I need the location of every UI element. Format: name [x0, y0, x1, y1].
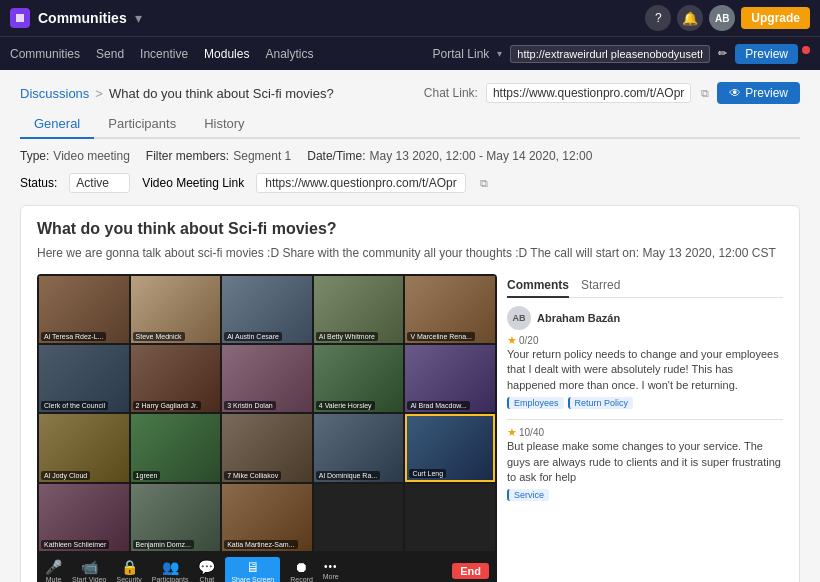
video-section: Al Teresa Rdez-L... Steve Mednick Al Aus…: [37, 274, 497, 582]
video-cell-4-2[interactable]: Benjamin Domz...: [131, 484, 221, 551]
controls-left: 🎤 Mute 📹 Start Video 🔒 Security: [45, 557, 339, 582]
help-button[interactable]: ?: [645, 5, 671, 31]
video-cell-1-4[interactable]: Al Betty Whitmore: [314, 276, 404, 343]
video-cell-3-4[interactable]: Al Dominique Ra...: [314, 414, 404, 481]
video-cell-2-2[interactable]: 2 Harry Gagliardi Jr.: [131, 345, 221, 412]
tag-employees[interactable]: Employees: [507, 397, 564, 409]
starred-tab[interactable]: Starred: [581, 274, 620, 298]
security-icon: 🔒: [121, 559, 138, 575]
eye-icon: 👁: [729, 86, 741, 100]
video-name-1-1: Al Teresa Rdez-L...: [41, 332, 106, 341]
comments-tab[interactable]: Comments: [507, 274, 569, 298]
datetime-label: Date/Time:: [307, 149, 365, 163]
tab-participants[interactable]: Participants: [94, 110, 190, 139]
chat-icon: 💬: [198, 559, 215, 575]
star-icon-2: ★: [507, 426, 517, 439]
chat-button[interactable]: 💬 Chat: [198, 559, 215, 582]
video-cell-4-4[interactable]: [314, 484, 404, 551]
tag-return-policy[interactable]: Return Policy: [568, 397, 634, 409]
video-cell-2-3[interactable]: 3 Kristin Dolan: [222, 345, 312, 412]
video-name-3-3: 7 Mike Colliakov: [224, 471, 281, 480]
nav-analytics[interactable]: Analytics: [265, 47, 313, 61]
video-cell-1-5[interactable]: V Marceline Rena...: [405, 276, 495, 343]
video-name-2-2: 2 Harry Gagliardi Jr.: [133, 401, 201, 410]
video-cell-2-4[interactable]: 4 Valerie Horsley: [314, 345, 404, 412]
comment-rating-1: ★ 0/20: [507, 334, 783, 347]
nav-preview-button[interactable]: Preview: [735, 44, 798, 64]
video-cell-4-3[interactable]: Katia Martinez-Sam...: [222, 484, 312, 551]
second-nav-right: Portal Link ▾ ✏ Preview: [433, 44, 810, 64]
share-screen-label: Share Screen: [231, 576, 274, 582]
record-button[interactable]: ⏺ Record: [290, 559, 313, 582]
share-screen-icon: 🖥: [246, 559, 260, 575]
share-screen-button[interactable]: 🖥 Share Screen: [225, 557, 280, 582]
video-name-2-5: Al Brad Macdow...: [407, 401, 469, 410]
copy-meeting-link-icon[interactable]: ⧉: [480, 177, 488, 190]
security-button[interactable]: 🔒 Security: [117, 559, 142, 582]
video-name-4-1: Kathleen Schlieimer: [41, 540, 109, 549]
video-cell-4-5[interactable]: [405, 484, 495, 551]
meeting-body: Al Teresa Rdez-L... Steve Mednick Al Aus…: [37, 274, 783, 582]
main-content: Discussions > What do you think about Sc…: [0, 70, 820, 582]
preview-button[interactable]: 👁 Preview: [717, 82, 800, 104]
nav-communities[interactable]: Communities: [10, 47, 80, 61]
filter-members-value: Segment 1: [233, 149, 291, 163]
video-cell-1-3[interactable]: Al Austin Cesare: [222, 276, 312, 343]
portal-link-input[interactable]: [510, 45, 710, 63]
participants-button[interactable]: 👥 Participants: [152, 559, 189, 582]
video-cell-3-2[interactable]: 1green: [131, 414, 221, 481]
edit-portal-link-icon[interactable]: ✏: [718, 47, 727, 60]
comments-tab-bar: Comments Starred: [507, 274, 783, 298]
tag-service[interactable]: Service: [507, 489, 549, 501]
portal-dropdown-icon[interactable]: ▾: [497, 48, 502, 59]
filter-row: Type: Video meeting Filter members: Segm…: [20, 149, 800, 163]
comment-author-1: Abraham Bazán: [537, 312, 620, 324]
nav-incentive[interactable]: Incentive: [140, 47, 188, 61]
video-cell-4-1[interactable]: Kathleen Schlieimer: [39, 484, 129, 551]
brand-name: Communities: [38, 10, 127, 26]
video-name-3-4: Al Dominique Ra...: [316, 471, 380, 480]
video-cell-1-2[interactable]: Steve Mednick: [131, 276, 221, 343]
breadcrumb: Discussions > What do you think about Sc…: [20, 82, 800, 104]
video-name-4-2: Benjamin Domz...: [133, 540, 194, 549]
tab-history[interactable]: History: [190, 110, 258, 139]
breadcrumb-discussions[interactable]: Discussions: [20, 86, 89, 101]
video-name-2-3: 3 Kristin Dolan: [224, 401, 276, 410]
chat-link-label: Chat Link:: [424, 86, 478, 100]
security-label: Security: [117, 576, 142, 582]
second-nav-items: Communities Send Incentive Modules Analy…: [10, 47, 313, 61]
video-cell-2-5[interactable]: Al Brad Macdow...: [405, 345, 495, 412]
nav-send[interactable]: Send: [96, 47, 124, 61]
tab-general[interactable]: General: [20, 110, 94, 139]
breadcrumb-separator: >: [95, 86, 103, 101]
video-cell-3-3[interactable]: 7 Mike Colliakov: [222, 414, 312, 481]
video-name-4-3: Katia Martinez-Sam...: [224, 540, 297, 549]
copy-link-icon[interactable]: ⧉: [701, 87, 709, 100]
type-value: Video meeting: [53, 149, 130, 163]
more-button[interactable]: ••• More: [323, 561, 339, 580]
brand-dropdown[interactable]: ▾: [135, 10, 142, 26]
bell-button[interactable]: 🔔: [677, 5, 703, 31]
comment-header-1: AB Abraham Bazán: [507, 306, 783, 330]
comment-score-1: 0/20: [519, 335, 538, 346]
comment-item-1: AB Abraham Bazán ★ 0/20 Your return poli…: [507, 306, 783, 409]
start-video-button[interactable]: 📹 Start Video: [72, 559, 107, 582]
meeting-card: What do you think about Sci-fi movies? H…: [20, 205, 800, 582]
nav-modules[interactable]: Modules: [204, 47, 249, 61]
video-cell-3-1[interactable]: Al Jody Cloud: [39, 414, 129, 481]
top-navigation: Communities ▾ ? 🔔 AB Upgrade: [0, 0, 820, 36]
end-button[interactable]: End: [452, 563, 489, 579]
video-name-3-2: 1green: [133, 471, 161, 480]
video-cell-2-1[interactable]: Clerk of the Council: [39, 345, 129, 412]
video-name-1-3: Al Austin Cesare: [224, 332, 282, 341]
start-video-label: Start Video: [72, 576, 107, 582]
status-select[interactable]: Active: [69, 173, 130, 193]
record-icon: ⏺: [294, 559, 308, 575]
video-icon: 📹: [81, 559, 98, 575]
comment-text-2: But please make some changes to your ser…: [507, 439, 783, 485]
upgrade-button[interactable]: Upgrade: [741, 7, 810, 29]
mute-button[interactable]: 🎤 Mute: [45, 559, 62, 582]
video-name-3-5: Curt Leng: [409, 469, 446, 478]
video-cell-3-5[interactable]: Curt Leng: [405, 414, 495, 481]
video-cell-1-1[interactable]: Al Teresa Rdez-L...: [39, 276, 129, 343]
